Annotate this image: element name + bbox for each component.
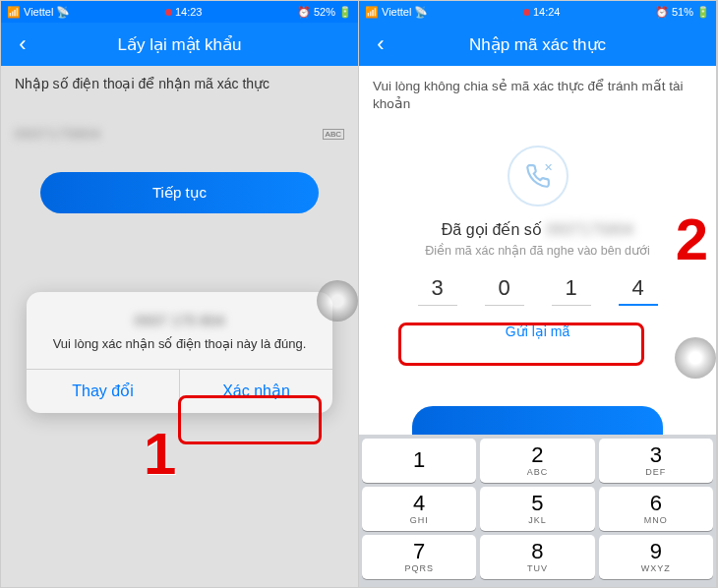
battery-pct: 51%	[672, 6, 693, 18]
code-input-row[interactable]: 3 0 1 4	[398, 275, 677, 306]
code-digit-1[interactable]: 3	[418, 275, 457, 306]
screen-verification-code: 📶Viettel📡 14:24 ⏰51%🔋 ‹ Nhập mã xác thực…	[359, 1, 717, 587]
key-1[interactable]: 1	[362, 439, 476, 483]
confirm-button[interactable]: Xác nhận	[180, 370, 332, 413]
page-title: Lấy lại mật khẩu	[1, 34, 358, 55]
resend-link[interactable]: Gửi lại mã	[359, 323, 716, 339]
assistive-touch-icon[interactable]	[317, 280, 358, 322]
key-6[interactable]: 6MNO	[599, 487, 713, 531]
signal-icon: 📶	[365, 6, 379, 19]
confirm-alert: 0937 175 804 Vui lòng xác nhận số điện t…	[27, 292, 332, 413]
back-button[interactable]: ‹	[1, 23, 44, 66]
screen-password-recovery: 📶Viettel📡 14:23 ⏰52%🔋 ‹ Lấy lại mật khẩu…	[1, 1, 359, 587]
called-to-text: Đã gọi đến số 0937175804	[359, 220, 716, 239]
alarm-icon: ⏰	[655, 6, 669, 19]
status-bar: 📶Viettel📡 14:24 ⏰51%🔋	[359, 1, 716, 23]
nav-bar: ‹ Nhập mã xác thực	[359, 23, 716, 66]
key-4[interactable]: 4GHI	[362, 487, 476, 531]
page-title: Nhập mã xác thực	[359, 34, 716, 55]
signal-icon: 📶	[7, 6, 21, 19]
key-8[interactable]: 8TUV	[480, 535, 594, 579]
content: Vui lòng không chia sẻ mã xác thực để tr…	[359, 66, 716, 587]
key-5[interactable]: 5JKL	[480, 487, 594, 531]
battery-icon: 🔋	[696, 6, 710, 19]
key-2[interactable]: 2ABC	[480, 439, 594, 483]
clock: 14:23	[175, 6, 203, 18]
code-digit-2[interactable]: 0	[485, 275, 524, 306]
alert-message: Vui lòng xác nhận số điện thoại này là đ…	[44, 336, 315, 353]
battery-icon: 🔋	[338, 6, 352, 19]
alarm-icon: ⏰	[297, 6, 311, 19]
carrier: Viettel	[24, 6, 53, 18]
key-3[interactable]: 3DEF	[599, 439, 713, 483]
carrier: Viettel	[382, 6, 411, 18]
code-digit-4[interactable]: 4	[619, 275, 658, 306]
battery-pct: 52%	[314, 6, 335, 18]
change-button[interactable]: Thay đổi	[27, 370, 180, 413]
content: Nhập số điện thoại để nhận mã xác thực 0…	[1, 66, 358, 587]
numeric-keypad: 1 2ABC 3DEF 4GHI 5JKL 6MNO 7PQRS 8TUV 9W…	[359, 435, 716, 587]
nav-bar: ‹ Lấy lại mật khẩu	[1, 23, 358, 66]
instruction-text: Vui lòng không chia sẻ mã xác thực để tr…	[359, 66, 716, 124]
clock: 14:24	[533, 6, 561, 18]
code-digit-3[interactable]: 1	[552, 275, 591, 306]
wifi-icon: 📡	[414, 6, 428, 19]
sub-instruction: Điền mã xác nhận đã nghe vào bên dưới	[359, 243, 716, 258]
wifi-icon: 📡	[56, 6, 70, 19]
step-number: 1	[144, 420, 176, 488]
status-bar: 📶Viettel📡 14:23 ⏰52%🔋	[1, 1, 358, 23]
phone-call-icon: ✕	[508, 146, 568, 206]
record-dot-icon	[523, 9, 530, 16]
x-icon: ✕	[544, 161, 553, 174]
step-number: 2	[676, 206, 708, 273]
back-button[interactable]: ‹	[359, 23, 402, 66]
record-dot-icon	[165, 9, 172, 16]
alert-phone-blurred: 0937 175 804	[44, 312, 315, 328]
key-9[interactable]: 9WXYZ	[599, 535, 713, 579]
key-7[interactable]: 7PQRS	[362, 535, 476, 579]
assistive-touch-icon[interactable]	[675, 337, 716, 379]
